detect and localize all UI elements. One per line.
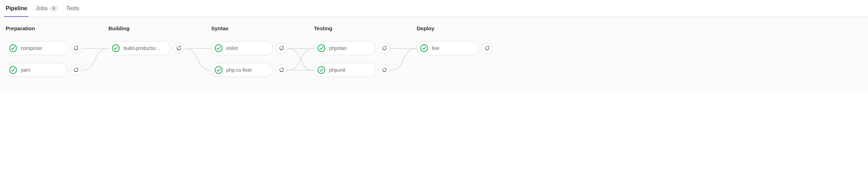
job-php-cs-fixer[interactable]: php-cs-fixer xyxy=(211,63,273,77)
stage-title: Deploy xyxy=(417,25,494,31)
retry-icon xyxy=(176,45,182,52)
svg-point-6 xyxy=(318,66,325,74)
svg-point-3 xyxy=(215,45,222,52)
job-name-label: phpunit xyxy=(329,67,373,73)
retry-button[interactable] xyxy=(70,43,82,54)
job-composer[interactable]: composer xyxy=(6,41,68,55)
retry-button[interactable] xyxy=(276,64,287,76)
tab-tests[interactable]: Tests xyxy=(66,0,79,17)
job-name-label: phpstan xyxy=(329,45,373,51)
tab-pipeline-label: Pipeline xyxy=(6,5,27,12)
retry-icon xyxy=(382,67,387,74)
stage-title: Preparation xyxy=(6,25,83,31)
job-live[interactable]: live xyxy=(417,41,479,55)
success-icon xyxy=(112,44,120,52)
job-name-label: eslint xyxy=(226,45,271,51)
job-phpstan[interactable]: phpstan xyxy=(314,41,376,55)
stage-preparation: Preparation composer xyxy=(6,25,83,77)
job-build-production[interactable]: build-productio… xyxy=(108,41,170,55)
stage-deploy: Deploy live xyxy=(417,25,494,55)
job-name-label: php-cs-fixer xyxy=(226,67,271,73)
success-icon xyxy=(9,44,17,52)
svg-point-7 xyxy=(421,45,428,52)
tab-pipeline[interactable]: Pipeline xyxy=(6,0,27,17)
stage-title: Testing xyxy=(314,25,391,31)
stage-title: Syntax xyxy=(211,25,289,31)
job-name-label: yarn xyxy=(21,67,65,73)
retry-button[interactable] xyxy=(173,43,184,54)
stage-testing: Testing phpstan xyxy=(314,25,391,77)
svg-point-1 xyxy=(10,66,17,74)
job-row: live xyxy=(417,41,494,55)
job-row: build-productio… xyxy=(108,41,186,55)
success-icon xyxy=(214,44,223,52)
retry-icon xyxy=(73,67,79,74)
job-row: composer xyxy=(6,41,83,55)
retry-icon xyxy=(279,45,284,52)
retry-icon xyxy=(382,45,387,52)
job-yarn[interactable]: yarn xyxy=(6,63,68,77)
success-icon xyxy=(317,44,326,52)
tab-jobs[interactable]: Jobs 9 xyxy=(36,0,57,17)
job-name-label: live xyxy=(432,45,476,51)
retry-icon xyxy=(279,67,284,74)
stage-syntax: Syntax eslint xyxy=(211,25,289,77)
retry-icon xyxy=(484,45,490,52)
svg-point-4 xyxy=(215,66,222,74)
job-phpunit[interactable]: phpunit xyxy=(314,63,376,77)
job-row: phpunit xyxy=(314,63,391,77)
retry-button[interactable] xyxy=(379,64,390,76)
job-row: php-cs-fixer xyxy=(211,63,289,77)
retry-icon xyxy=(73,45,79,52)
tab-tests-label: Tests xyxy=(66,5,79,12)
pipeline-tabs: Pipeline Jobs 9 Tests xyxy=(0,0,868,17)
success-icon xyxy=(9,66,17,74)
svg-point-2 xyxy=(112,45,119,52)
job-name-label: build-productio… xyxy=(124,45,168,51)
retry-button[interactable] xyxy=(482,43,493,54)
retry-button[interactable] xyxy=(70,64,82,76)
job-row: phpstan xyxy=(314,41,391,55)
jobs-count-badge: 9 xyxy=(50,6,58,11)
job-row: eslint xyxy=(211,41,289,55)
job-name-label: composer xyxy=(21,45,65,51)
retry-button[interactable] xyxy=(276,43,287,54)
success-icon xyxy=(420,44,428,52)
svg-point-5 xyxy=(318,45,325,52)
job-eslint[interactable]: eslint xyxy=(211,41,273,55)
svg-point-0 xyxy=(10,45,17,52)
success-icon xyxy=(317,66,326,74)
pipeline-graph: Preparation composer xyxy=(0,17,868,91)
tab-jobs-label: Jobs xyxy=(36,5,48,12)
retry-button[interactable] xyxy=(379,43,390,54)
stage-building: Building build-productio… xyxy=(108,25,186,55)
success-icon xyxy=(214,66,223,74)
job-row: yarn xyxy=(6,63,83,77)
stage-title: Building xyxy=(108,25,186,31)
